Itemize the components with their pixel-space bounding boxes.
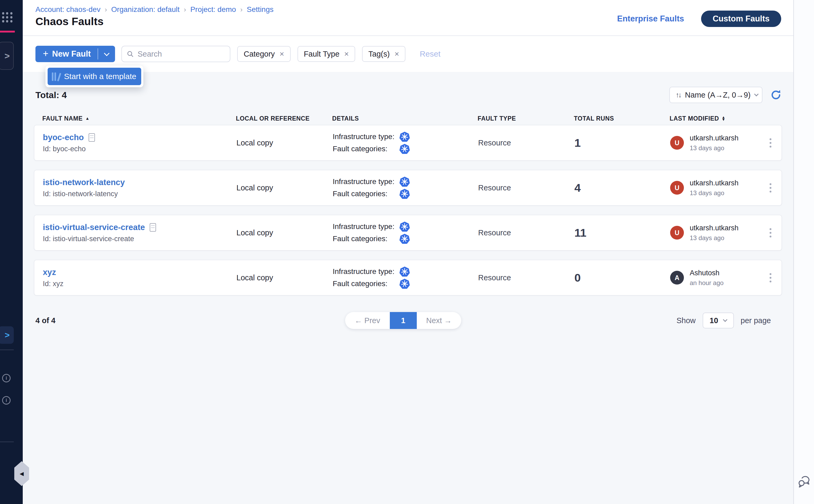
fault-type: Resource [478, 273, 574, 282]
sidebar-divider [0, 442, 14, 442]
filter-chip-label: Category [244, 50, 275, 58]
kubernetes-icon [399, 278, 410, 289]
total-runs: 11 [574, 226, 670, 239]
row-menu-icon[interactable] [767, 136, 774, 150]
info-icon[interactable]: i [2, 374, 11, 382]
modified-by-user: Ashutosh [690, 269, 724, 277]
column-fault-name[interactable]: FAULT NAME ▲ [42, 115, 236, 122]
remove-filter-icon[interactable]: × [395, 50, 399, 58]
pagination-row: 4 of 4 ← Prev 1 Next → Show 10 per page [34, 312, 782, 329]
infrastructure-type-label: Infrastructure type: [333, 132, 399, 141]
row-menu-icon[interactable] [767, 226, 774, 240]
fault-categories-label: Fault categories: [333, 190, 399, 198]
column-label: LAST MODIFIED [670, 115, 719, 122]
page-size-value: 10 [710, 316, 718, 325]
start-with-template-item[interactable]: Start with a template [48, 68, 141, 85]
header-actions: Enterprise Faults Custom Faults [617, 11, 781, 27]
avatar: U [670, 181, 684, 195]
filter-chip-tags[interactable]: Tag(s) × [362, 46, 405, 62]
breadcrumb-project[interactable]: Project: demo [190, 5, 236, 14]
fault-name-link[interactable]: istio-network-latency [43, 178, 125, 187]
column-last-modified[interactable]: LAST MODIFIED ▲▼ [670, 115, 759, 122]
filter-chip-category[interactable]: Category × [237, 46, 290, 62]
avatar: U [670, 226, 684, 240]
breadcrumb-account[interactable]: Account: chaos-dev [35, 5, 100, 14]
enterprise-faults-link[interactable]: Enterprise Faults [617, 14, 684, 24]
reset-filters-link[interactable]: Reset [420, 49, 440, 58]
column-label: FAULT NAME [42, 115, 83, 122]
module-grid-icon[interactable] [2, 12, 13, 23]
sidebar-expand-panel[interactable]: > [0, 42, 14, 70]
row-menu-icon[interactable] [767, 181, 774, 195]
triangle-left-icon: ◀ [20, 470, 24, 477]
search-box [121, 46, 230, 62]
page-size-select[interactable]: 10 [703, 313, 734, 328]
modified-time: an hour ago [690, 279, 724, 287]
total-runs: 4 [574, 181, 670, 194]
column-label: LOCAL OR REFERENCE [236, 115, 310, 122]
page-title: Chaos Faults [35, 15, 103, 28]
fault-row[interactable]: xyz Id: xyz Local copy Infrastructure ty… [34, 260, 782, 296]
current-page-button[interactable]: 1 [390, 312, 417, 329]
remove-filter-icon[interactable]: × [280, 50, 284, 58]
new-fault-split-button: + New Fault [35, 46, 115, 62]
fault-name-link[interactable]: byoc-echo [43, 133, 84, 142]
fault-row[interactable]: byoc-echo Id: byoc-echo Local copy Infra… [34, 125, 782, 161]
fault-id: Id: byoc-echo [43, 145, 236, 153]
local-or-reference: Local copy [236, 139, 333, 147]
fault-name-link[interactable]: istio-virtual-service-create [43, 223, 145, 232]
copy-id-icon[interactable] [89, 133, 95, 142]
fault-row[interactable]: istio-network-latency Id: istio-network-… [34, 170, 782, 206]
filter-chip-fault-type[interactable]: Fault Type × [298, 46, 355, 62]
breadcrumb-separator: › [105, 6, 107, 14]
fault-row[interactable]: istio-virtual-service-create Id: istio-v… [34, 215, 782, 251]
page-header: Account: chaos-dev › Organization: defau… [23, 0, 793, 36]
search-input[interactable] [138, 50, 225, 58]
kubernetes-icon [399, 189, 410, 199]
template-icon [52, 72, 59, 81]
filter-chip-label: Tag(s) [368, 50, 390, 58]
kubernetes-icon [399, 131, 410, 142]
total-runs: 0 [574, 271, 670, 284]
fault-type: Resource [478, 228, 574, 237]
custom-faults-button[interactable]: Custom Faults [701, 11, 781, 27]
fault-categories-label: Fault categories: [333, 235, 399, 243]
column-total-runs: TOTAL RUNS [574, 115, 670, 122]
column-details: DETAILS [332, 115, 478, 122]
new-fault-dropdown-button[interactable] [98, 46, 115, 62]
avatar: U [670, 136, 684, 150]
chevron-down-icon [754, 92, 759, 97]
kubernetes-icon [399, 266, 410, 277]
fault-categories-label: Fault categories: [333, 145, 399, 153]
main-area: Account: chaos-dev › Organization: defau… [23, 0, 793, 504]
info-icon[interactable]: i [2, 396, 11, 405]
new-fault-button[interactable]: + New Fault [35, 46, 98, 62]
fault-name-link[interactable]: xyz [43, 268, 56, 277]
sort-select[interactable]: ↑↓ Name (A→Z, 0→9) [669, 87, 762, 103]
infrastructure-type-label: Infrastructure type: [333, 177, 399, 186]
modified-by-user: utkarsh.utkarsh [690, 224, 739, 232]
breadcrumb-separator: › [240, 6, 243, 14]
chevron-down-icon [723, 318, 727, 322]
infrastructure-type-label: Infrastructure type: [333, 222, 399, 231]
column-label: TOTAL RUNS [574, 115, 614, 122]
breadcrumb-organization[interactable]: Organization: default [111, 5, 180, 14]
refresh-icon[interactable] [770, 89, 782, 101]
kubernetes-icon [399, 221, 410, 232]
fault-type: Resource [478, 184, 574, 192]
next-page-button[interactable]: Next → [417, 312, 461, 329]
modified-by-user: utkarsh.utkarsh [690, 134, 739, 142]
breadcrumb-settings[interactable]: Settings [247, 5, 273, 14]
kubernetes-icon [399, 144, 410, 154]
sidebar-expand-button[interactable]: > [0, 326, 14, 344]
total-runs: 1 [574, 136, 670, 149]
prev-page-button[interactable]: ← Prev [345, 312, 390, 329]
row-menu-icon[interactable] [767, 271, 774, 285]
chevron-down-icon [104, 51, 109, 56]
copy-id-icon[interactable] [150, 223, 156, 232]
fault-id: Id: xyz [43, 280, 236, 288]
remove-filter-icon[interactable]: × [344, 50, 349, 58]
search-icon [127, 50, 134, 58]
chat-support-icon[interactable] [798, 474, 811, 489]
sort-asc-icon: ▲ [85, 116, 90, 121]
